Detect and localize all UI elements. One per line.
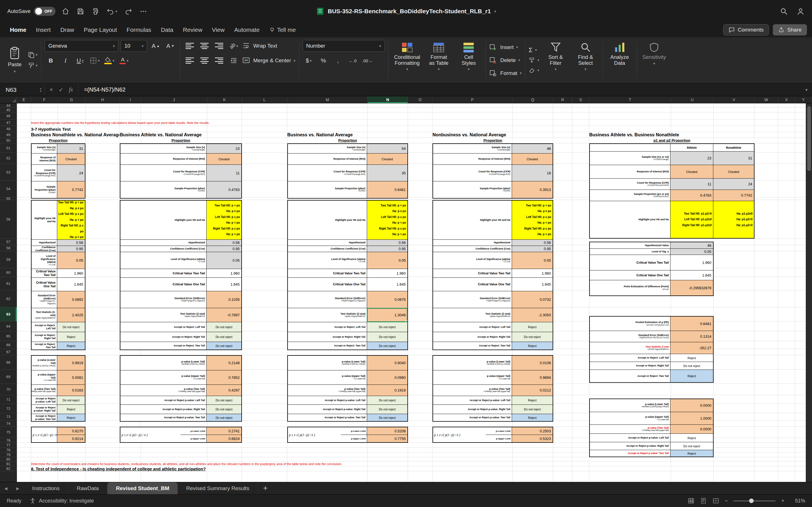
cell[interactable]: 54 [367,144,407,153]
cell[interactable]: Reject [512,396,553,404]
cell[interactable]: 0.95 [367,246,407,252]
cell[interactable]: Do not reject [57,322,85,332]
cell[interactable]: 0.6481 [367,181,407,198]
profile-icon[interactable] [797,7,805,15]
cell[interactable]: 31 [713,152,754,165]
row-header-80[interactable]: 80 [0,457,17,461]
text-orientation-button[interactable]: ab▾ [227,40,240,52]
find-select-button[interactable]: Find & Select ▾ [572,40,599,80]
accessibility-status[interactable]: Accessibility: Investigate [29,497,94,504]
row-header-60[interactable]: 60 [0,268,17,277]
comments-button[interactable]: Comments [723,24,769,36]
scrollbar-thumb[interactable] [807,106,811,171]
column-header-O[interactable]: O [408,96,433,103]
cell[interactable]: 24 [57,165,85,181]
cell[interactable]: Reject [670,450,713,457]
increase-font-size-button[interactable]: A▲ [149,40,162,52]
cell[interactable]: Do not reject [512,405,553,414]
cell[interactable]: 0.4783 [670,190,713,201]
sheet-nav-next-icon[interactable]: ▶ [12,482,24,494]
row-header-82[interactable]: 82 [0,466,17,471]
save-button[interactable] [77,8,84,15]
cell[interactable]: Reject [670,434,713,442]
underline-button[interactable]: U▾ [74,55,86,66]
row-header-66[interactable]: 66 [0,341,17,349]
cell[interactable]: 0.6481 [670,317,713,331]
zoom-percentage[interactable]: 51% [790,498,805,504]
cell[interactable]: Reject [670,370,713,382]
row-header-73[interactable]: 73 [0,413,17,420]
more-commands-button[interactable] [140,8,147,15]
formula-bar-expand-icon[interactable]: ▾ [801,87,812,93]
cell[interactable]: 1.645 [57,278,85,291]
font-name-select[interactable]: Geneva▾ [45,40,118,52]
row-header-54[interactable]: 54 [0,180,17,198]
column-header-V[interactable]: V [714,96,755,103]
column-header-E[interactable]: E [17,96,31,103]
align-center-button[interactable] [198,55,211,66]
column-header-J[interactable]: J [141,96,207,103]
cell[interactable]: Do not reject [57,396,85,404]
cell[interactable]: 1.960 [57,269,85,277]
cell[interactable]: 0.95 [512,246,553,252]
cell[interactable]: Reject [57,332,85,342]
cell-p-lower-limit[interactable]: 0.5208 [367,427,407,435]
add-sheet-button[interactable]: + [258,482,273,494]
page-break-view-icon[interactable] [712,497,719,504]
cell-p-lower-limit[interactable]: 0.2741 [207,427,241,435]
ribbon-tab-automate[interactable]: Automate [230,22,264,37]
format-as-table-button[interactable]: Format as Table ▾ [425,40,452,80]
comma-format-button[interactable]: , [332,55,344,66]
fill-color-button[interactable]: ▾ [103,55,116,66]
sheet-tab-rawdata[interactable]: RawData [68,482,107,494]
cell[interactable]: Do not reject [367,342,407,349]
row-header-58[interactable]: 58 [0,245,17,251]
cell[interactable]: 35 [367,165,407,181]
ribbon-tab-review[interactable]: Review [178,22,207,37]
cell[interactable]: -0.295932679 [670,280,713,295]
currency-format-button[interactable]: $▾ [303,55,315,66]
cell-hypothesis-options[interactable]: Two Tail H0: p = po Ha: p ≠ po Left Tail… [207,201,241,239]
row-header-51[interactable]: 51 [0,144,17,153]
ribbon-tab-insert[interactable]: Insert [31,22,56,37]
cell[interactable]: 11 [670,179,713,189]
row-header-81[interactable]: 81 [0,461,17,466]
cell[interactable]: Cheated [57,154,85,165]
cell[interactable]: Cheated [670,165,713,178]
row-header-72[interactable]: 72 [0,404,17,413]
cell[interactable]: 46 [512,144,553,153]
cell[interactable]: 0.4297 [207,385,241,396]
redo-button[interactable] [124,8,132,15]
row-header-64[interactable]: 64 [0,321,17,331]
row-header-78[interactable]: 78 [0,448,17,452]
column-header-G[interactable]: G [58,96,86,103]
cell[interactable]: 0.05 [367,252,407,269]
cell[interactable]: 1.960 [512,269,553,277]
font-size-select[interactable]: 10▾ [121,40,147,52]
document-title[interactable]: BUS-352-RS-Benchmark_BoDiddleyTech-Stude… [316,0,496,22]
cell[interactable]: 0.56 [57,240,85,245]
undo-button[interactable]: ▾ [107,8,117,15]
sheet-nav-prev-icon[interactable]: ◀ [0,482,12,494]
column-header-U[interactable]: U [671,96,714,103]
decrease-font-size-button[interactable]: A▼ [164,40,176,52]
cell[interactable]: 0.56 [367,240,407,245]
cell[interactable]: 0.0960 [367,371,407,385]
cell[interactable]: Cheated [512,154,553,165]
row-header-44[interactable]: 44 [0,103,17,108]
row-header-45[interactable]: 45 [0,108,17,112]
cell[interactable]: Cheated [367,154,407,165]
cell[interactable]: 24 [713,179,754,189]
row-header-55[interactable]: 55 [0,198,17,200]
ribbon-tab-formulas[interactable]: Formulas [122,22,156,37]
cell[interactable]: 0.4783 [207,181,241,198]
row-header-48[interactable]: 48 [0,126,17,132]
cell[interactable]: 0.0081 [57,371,85,385]
column-header-Y[interactable]: Y [795,96,812,103]
borders-button[interactable]: ▾ [89,55,101,66]
cell[interactable]: 0.05 [512,252,553,269]
increase-decimal-button[interactable]: ←.0 [347,55,359,66]
cell[interactable]: Reject [512,322,553,332]
cell[interactable]: 0.9919 [57,356,85,370]
merge-center-button[interactable]: Merge & Center ▾ [242,55,296,66]
